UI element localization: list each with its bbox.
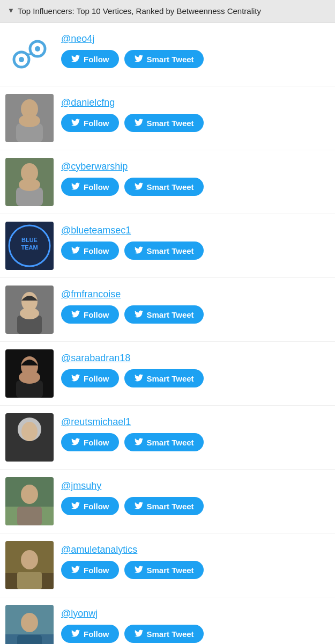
svg-rect-32 — [17, 507, 42, 525]
smart-tweet-button[interactable]: Smart Tweet — [124, 625, 204, 643]
username[interactable]: @sarabadran18 — [61, 353, 204, 364]
smart-tweet-label: Smart Tweet — [147, 182, 194, 192]
avatar — [5, 541, 54, 589]
twitter-bird-icon — [134, 374, 144, 383]
twitter-bird-icon — [71, 437, 80, 447]
action-buttons: Follow Smart Tweet — [61, 178, 204, 196]
twitter-bird-icon — [134, 54, 144, 64]
list-item: @sarabadran18 Follow Smart Tweet — [0, 342, 335, 406]
username[interactable]: @danielcfng — [61, 97, 204, 108]
twitter-bird-icon — [134, 118, 144, 128]
smart-tweet-button[interactable]: Smart Tweet — [124, 50, 204, 68]
follow-button[interactable]: Follow — [61, 625, 119, 643]
svg-point-4 — [19, 57, 24, 62]
smart-tweet-label: Smart Tweet — [147, 119, 194, 128]
twitter-bird-icon — [71, 629, 80, 639]
smart-tweet-button[interactable]: Smart Tweet — [124, 369, 204, 387]
twitter-bird-icon — [134, 501, 144, 511]
influencer-list: @neo4j Follow Smart Tweet — [0, 23, 335, 644]
svg-text:BLUE: BLUE — [21, 237, 38, 243]
twitter-bird-icon — [71, 565, 80, 575]
list-item: BLUE TEAM @blueteamsec1 Follow Smart Twe… — [0, 214, 335, 278]
list-item: @cyberwarship Follow Smart Tweet — [0, 150, 335, 214]
follow-label: Follow — [84, 55, 109, 64]
follow-button[interactable]: Follow — [61, 50, 119, 68]
smart-tweet-button[interactable]: Smart Tweet — [124, 305, 204, 324]
twitter-bird-icon — [71, 182, 80, 192]
svg-point-39 — [21, 613, 38, 632]
username[interactable]: @fmfrancoise — [61, 289, 204, 300]
smart-tweet-label: Smart Tweet — [147, 566, 194, 575]
svg-point-25 — [19, 371, 40, 384]
username[interactable]: @jmsuhy — [61, 480, 204, 492]
smart-tweet-button[interactable]: Smart Tweet — [124, 433, 204, 451]
list-item: @fmfrancoise Follow Smart Tweet — [0, 278, 335, 342]
avatar — [5, 349, 54, 398]
follow-label: Follow — [84, 182, 109, 192]
follow-label: Follow — [84, 246, 109, 255]
influencer-info: @reutsmichael1 Follow Smart Tweet — [61, 413, 204, 451]
follow-button[interactable]: Follow — [61, 305, 119, 324]
smart-tweet-label: Smart Tweet — [147, 55, 194, 64]
smart-tweet-button[interactable]: Smart Tweet — [124, 561, 204, 579]
svg-rect-36 — [17, 572, 42, 589]
smart-tweet-button[interactable]: Smart Tweet — [124, 241, 204, 260]
follow-label: Follow — [84, 374, 109, 383]
svg-point-5 — [35, 46, 40, 52]
list-item: @amuletanalytics Follow Smart Tweet — [0, 533, 335, 597]
smart-tweet-button[interactable]: Smart Tweet — [124, 178, 204, 196]
collapse-arrow[interactable]: ▼ — [8, 6, 14, 14]
list-item: @reutsmichael1 Follow Smart Tweet — [0, 406, 335, 470]
svg-rect-40 — [17, 635, 42, 644]
follow-button[interactable]: Follow — [61, 369, 119, 387]
follow-button[interactable]: Follow — [61, 241, 119, 260]
twitter-bird-icon — [134, 437, 144, 447]
follow-button[interactable]: Follow — [61, 178, 119, 196]
svg-point-31 — [21, 485, 38, 504]
list-item: @lyonwj Follow Smart Tweet — [0, 597, 335, 644]
follow-button[interactable]: Follow — [61, 497, 119, 515]
influencer-info: @danielcfng Follow Smart Tweet — [61, 94, 204, 132]
action-buttons: Follow Smart Tweet — [61, 305, 204, 324]
username[interactable]: @blueteamsec1 — [61, 225, 204, 236]
smart-tweet-button[interactable]: Smart Tweet — [124, 114, 204, 132]
avatar: BLUE TEAM — [5, 222, 54, 270]
follow-button[interactable]: Follow — [61, 433, 119, 451]
twitter-bird-icon — [71, 374, 80, 383]
follow-button[interactable]: Follow — [61, 114, 119, 132]
username[interactable]: @cyberwarship — [61, 161, 204, 172]
header-title: Top Influencers: Top 10 Vertices, Ranked… — [18, 5, 261, 17]
username[interactable]: @reutsmichael1 — [61, 416, 204, 428]
twitter-bird-icon — [71, 118, 80, 128]
smart-tweet-label: Smart Tweet — [147, 502, 194, 511]
svg-point-35 — [21, 550, 38, 569]
follow-label: Follow — [84, 566, 109, 575]
twitter-bird-icon — [134, 565, 144, 575]
action-buttons: Follow Smart Tweet — [61, 50, 204, 68]
twitter-bird-icon — [134, 182, 144, 192]
svg-point-9 — [19, 114, 40, 127]
action-buttons: Follow Smart Tweet — [61, 433, 204, 451]
twitter-bird-icon — [134, 310, 144, 319]
smart-tweet-button[interactable]: Smart Tweet — [124, 497, 204, 515]
smart-tweet-label: Smart Tweet — [147, 310, 194, 319]
influencer-info: @blueteamsec1 Follow Smart Tweet — [61, 222, 204, 260]
influencer-info: @neo4j Follow Smart Tweet — [61, 30, 204, 68]
svg-point-28 — [21, 422, 38, 441]
follow-button[interactable]: Follow — [61, 561, 119, 579]
influencer-info: @lyonwj Follow Smart Tweet — [61, 605, 204, 643]
username[interactable]: @lyonwj — [61, 608, 204, 619]
avatar — [5, 477, 54, 525]
username[interactable]: @amuletanalytics — [61, 544, 204, 555]
avatar — [5, 286, 54, 334]
svg-point-21 — [20, 308, 39, 319]
smart-tweet-label: Smart Tweet — [147, 246, 194, 255]
follow-label: Follow — [84, 119, 109, 128]
action-buttons: Follow Smart Tweet — [61, 561, 204, 579]
action-buttons: Follow Smart Tweet — [61, 369, 204, 387]
influencer-info: @amuletanalytics Follow Smart Tweet — [61, 541, 204, 579]
influencer-info: @sarabadran18 Follow Smart Tweet — [61, 349, 204, 387]
list-item: @neo4j Follow Smart Tweet — [0, 23, 335, 86]
username[interactable]: @neo4j — [61, 33, 204, 45]
twitter-bird-icon — [71, 310, 80, 319]
